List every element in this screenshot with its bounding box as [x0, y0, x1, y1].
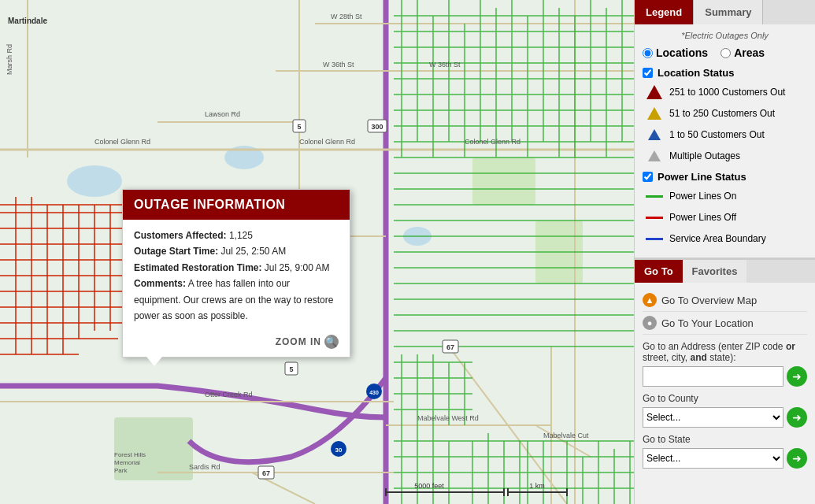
legend-section: *Electric Outages Only Locations Areas L…: [635, 24, 815, 258]
location-status-checkbox[interactable]: [643, 68, 653, 78]
svg-rect-5: [472, 158, 535, 205]
tab-favorites[interactable]: Favorites: [683, 260, 747, 283]
popup-title: OUTAGE INFORMATION: [123, 190, 350, 220]
goto-overview-label: Go To Overview Map: [661, 295, 757, 306]
outage-start-value: Jul 25, 2:50 AM: [220, 246, 286, 257]
svg-text:Park: Park: [114, 467, 128, 474]
zoom-in-button[interactable]: ZOOM IN 🔍: [276, 335, 339, 349]
goto-state-button[interactable]: ➜: [787, 448, 807, 469]
tab-legend[interactable]: Legend: [635, 0, 694, 24]
legend-item-service-boundary: Service Area Boundary: [643, 230, 807, 247]
svg-text:Memorial: Memorial: [114, 459, 140, 466]
goto-location-icon: ●: [643, 316, 657, 330]
line-red-icon: [646, 209, 663, 226]
zoom-icon: 🔍: [324, 335, 339, 349]
svg-text:5: 5: [297, 123, 301, 131]
comments-label: Comments:: [134, 278, 186, 289]
legend-note: *Electric Outages Only: [643, 31, 807, 40]
restoration-label: Estimated Restoration Time:: [134, 262, 261, 273]
svg-text:Martindale: Martindale: [8, 17, 47, 25]
outage-start-label: Outage Start Time:: [134, 246, 218, 257]
svg-text:Marsh Rd: Marsh Rd: [6, 44, 13, 75]
svg-text:Mabelvale Cut: Mabelvale Cut: [543, 432, 589, 439]
goto-address-row: ➜: [643, 366, 807, 387]
svg-text:Mabelvale West Rd: Mabelvale West Rd: [417, 414, 479, 422]
outage-popup: OUTAGE INFORMATION Customers Affected: 1…: [122, 189, 350, 358]
legend-item-251-1000: 251 to 1000 Customers Out: [643, 83, 807, 101]
svg-text:Sardis Rd: Sardis Rd: [189, 463, 220, 471]
legend-label-51-250: 51 to 250 Customers Out: [669, 108, 775, 119]
svg-text:67: 67: [262, 469, 270, 477]
svg-text:67: 67: [446, 343, 454, 351]
tri-blue-icon: [646, 126, 663, 143]
svg-text:30: 30: [335, 447, 343, 454]
radio-areas[interactable]: [721, 48, 731, 58]
tab-goto[interactable]: Go To: [635, 260, 683, 283]
goto-address-button[interactable]: ➜: [787, 366, 807, 387]
goto-state-row: Select... ➜: [643, 448, 807, 469]
svg-text:5000 feet: 5000 feet: [414, 482, 444, 490]
popup-footer: ZOOM IN 🔍: [123, 330, 350, 357]
legend-label-1-50: 1 to 50 Customers Out: [669, 129, 765, 140]
legend-item-lines-off: Power Lines Off: [643, 209, 807, 226]
svg-text:Colonel Glenn Rd: Colonel Glenn Rd: [299, 138, 355, 146]
power-line-status-group-title: Power Line Status: [643, 171, 807, 183]
radio-locations-text: Locations: [656, 46, 708, 59]
svg-point-1: [67, 165, 122, 197]
line-green-icon: [646, 187, 663, 205]
legend-label-lines-off: Power Lines Off: [669, 212, 736, 223]
legend-tabs: Legend Summary: [635, 0, 815, 24]
goto-location-item[interactable]: ● Go To Your Location: [643, 312, 807, 335]
right-panel: Legend Summary *Electric Outages Only Lo…: [634, 0, 815, 504]
goto-overview-item[interactable]: ▲ Go To Overview Map: [643, 289, 807, 312]
legend-item-1-50: 1 to 50 Customers Out: [643, 126, 807, 143]
svg-text:1 km: 1 km: [529, 482, 545, 490]
tri-red-large-icon: [646, 83, 663, 101]
svg-text:Forest Hills: Forest Hills: [114, 451, 146, 458]
radio-locations-label[interactable]: Locations: [643, 46, 708, 59]
goto-body: ▲ Go To Overview Map ● Go To Your Locati…: [635, 283, 815, 481]
goto-tabs: Go To Favorites: [635, 260, 815, 283]
svg-text:430: 430: [369, 390, 379, 395]
tri-yellow-icon: [646, 105, 663, 122]
goto-section: Go To Favorites ▲ Go To Overview Map ● G…: [635, 258, 815, 481]
legend-label-multiple: Multiple Outages: [669, 150, 740, 161]
restoration-value: Jul 25, 9:00 AM: [265, 262, 330, 273]
view-mode-group: Locations Areas: [643, 46, 807, 59]
map-area[interactable]: 300 5 5 430 30 67 67 Marsh Rd Lawson Rd …: [0, 0, 634, 504]
goto-address-input[interactable]: [643, 366, 784, 387]
svg-text:Colonel Glenn Rd: Colonel Glenn Rd: [465, 138, 520, 146]
tri-multi-icon: [646, 147, 663, 165]
goto-county-row: Select... ➜: [643, 407, 807, 428]
goto-state-select[interactable]: Select...: [643, 448, 784, 469]
legend-item-multiple: Multiple Outages: [643, 147, 807, 165]
power-line-status-checkbox[interactable]: [643, 172, 653, 182]
svg-text:Otter Creek Rd: Otter Creek Rd: [205, 391, 253, 398]
customers-value: 1,125: [229, 230, 253, 241]
line-blue-icon: [646, 230, 663, 247]
popup-body: Customers Affected: 1,125 Outage Start T…: [123, 220, 350, 330]
power-line-status-label: Power Line Status: [658, 171, 746, 183]
radio-areas-text: Areas: [734, 46, 765, 59]
legend-label-service-boundary: Service Area Boundary: [669, 233, 766, 244]
goto-location-label: Go To Your Location: [661, 317, 754, 329]
legend-item-lines-on: Power Lines On: [643, 187, 807, 205]
svg-text:300: 300: [371, 123, 383, 131]
svg-text:5: 5: [289, 365, 293, 373]
customers-label: Customers Affected:: [134, 230, 227, 241]
svg-text:W 36th St: W 36th St: [429, 61, 461, 69]
tab-summary[interactable]: Summary: [694, 0, 763, 24]
radio-locations[interactable]: [643, 48, 653, 58]
zoom-label: ZOOM IN: [276, 336, 321, 347]
svg-text:Colonel Glenn Rd: Colonel Glenn Rd: [94, 138, 150, 146]
radio-areas-label[interactable]: Areas: [721, 46, 765, 59]
goto-county-button[interactable]: ➜: [787, 407, 807, 428]
location-status-group-title: Location Status: [643, 67, 807, 79]
svg-text:Lawson Rd: Lawson Rd: [205, 110, 240, 118]
goto-state-label: Go to State: [643, 434, 807, 445]
location-status-label: Location Status: [658, 67, 735, 79]
legend-label-lines-on: Power Lines On: [669, 191, 736, 202]
svg-text:W 36th St: W 36th St: [323, 61, 354, 69]
goto-county-label: Go to County: [643, 393, 807, 404]
goto-county-select[interactable]: Select...: [643, 407, 784, 428]
